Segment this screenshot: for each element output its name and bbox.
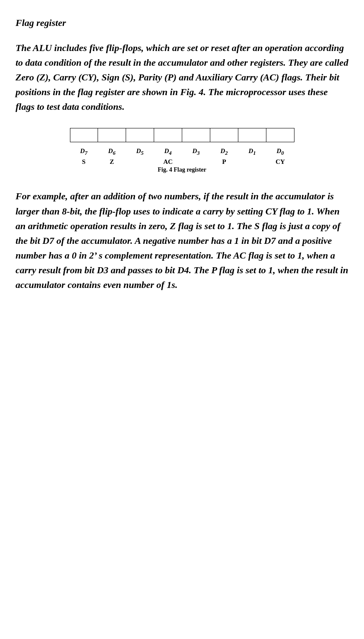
bit4-cell — [154, 128, 182, 142]
flag-s-label: S — [70, 157, 98, 166]
flag-empty1-label — [126, 157, 154, 166]
bit5-cell — [126, 128, 154, 142]
figure-caption: Fig. 4 Flag register — [158, 166, 206, 173]
bit2-cell — [210, 128, 238, 142]
bit3-cell — [182, 128, 210, 142]
figure-container: D7 D6 D5 D4 D3 D2 D1 D0 S Z AC P CY — [70, 128, 294, 173]
bit6-cell — [98, 128, 126, 142]
flag-empty2-label — [182, 157, 210, 166]
page-title: Flag register — [16, 17, 348, 29]
bit7-label: D7 — [70, 147, 98, 157]
bit7-cell — [70, 128, 98, 142]
bit3-label: D3 — [182, 147, 210, 157]
bit6-label: D6 — [98, 147, 126, 157]
flag-p-label: P — [210, 157, 238, 166]
flag-ac-label: AC — [154, 157, 182, 166]
register-diagram — [70, 128, 294, 142]
flag-empty3-label — [238, 157, 266, 166]
bit1-label: D1 — [238, 147, 266, 157]
bit1-cell — [238, 128, 266, 142]
page-wrapper: Flag register The ALU includes five flip… — [16, 17, 348, 292]
bit5-label: D5 — [126, 147, 154, 157]
bit0-cell — [266, 128, 294, 142]
body-paragraph: For example, after an addition of two nu… — [16, 189, 348, 292]
flag-cy-label: CY — [266, 157, 294, 166]
flag-labels: S Z AC P CY — [70, 157, 294, 166]
bit-labels: D7 D6 D5 D4 D3 D2 D1 D0 — [70, 147, 294, 157]
intro-paragraph: The ALU includes five flip-flops, which … — [16, 41, 348, 114]
bit4-label: D4 — [154, 147, 182, 157]
bit0-label: D0 — [266, 147, 294, 157]
flag-z-label: Z — [98, 157, 126, 166]
bit2-label: D2 — [210, 147, 238, 157]
